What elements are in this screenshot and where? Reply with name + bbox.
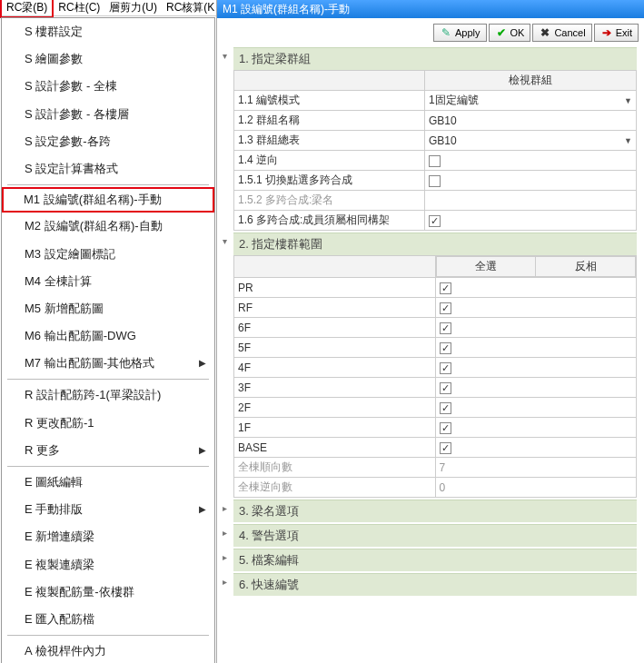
dropdown-menu: S 樓群設定S 繪圖參數S 設計參數 - 全棟S 設計參數 - 各樓層S 設定參… (1, 17, 215, 663)
menu-separator (7, 379, 209, 380)
invert-button[interactable]: 反相 (536, 257, 636, 277)
property-value[interactable] (425, 171, 637, 191)
menu-item[interactable]: RC柱(C) (54, 0, 104, 16)
submenu-item[interactable]: R 更改配筋-1 (2, 410, 214, 437)
submenu-item[interactable]: R 設計配筋跨-1(單梁設計) (2, 381, 214, 409)
submenu-item[interactable]: S 設定參數-各跨 (2, 128, 214, 155)
submenu-item[interactable]: S 設計參數 - 各樓層 (2, 101, 214, 128)
floor-label: 全棟順向數 (234, 458, 436, 478)
dropdown-icon: ▼ (624, 96, 632, 105)
section-header-1[interactable]: 1. 指定梁群組 (233, 47, 637, 70)
property-label: 1.2 群組名稱 (234, 111, 425, 131)
select-all-button[interactable]: 全選 (436, 257, 536, 277)
floor-value[interactable] (435, 358, 637, 378)
submenu-item[interactable]: E 手動排版▶ (2, 496, 214, 523)
floor-value[interactable] (435, 398, 637, 418)
section-header-2[interactable]: 2. 指定樓群範圍 (233, 233, 637, 255)
checkbox[interactable] (429, 175, 441, 187)
dropdown-icon: ▼ (624, 136, 632, 145)
submenu-item[interactable]: M6 輸出配筋圖-DWG (2, 322, 214, 350)
floor-label: 4F (234, 358, 436, 378)
checkbox[interactable] (440, 442, 451, 454)
floor-value[interactable] (435, 438, 637, 458)
checkbox[interactable] (440, 402, 451, 414)
cancel-button[interactable]: ✖ Cancel (532, 24, 591, 42)
submenu-item[interactable]: M3 設定繪圖標記 (2, 241, 214, 268)
submenu-item[interactable]: E 複製配筋量-依樓群 (2, 579, 214, 606)
menu-separator (7, 466, 209, 467)
property-value[interactable]: GB10 (425, 111, 637, 131)
menu-item[interactable]: RC核算(K (162, 0, 219, 16)
property-value (425, 191, 637, 211)
property-label: 1.3 群組總表 (234, 131, 425, 151)
floor-label: RF (234, 298, 436, 318)
submenu-item[interactable]: E 新增連續梁 (2, 523, 214, 550)
section-header-4[interactable]: 4. 警告選項 (233, 524, 637, 547)
submenu-item[interactable]: S 繪圖參數 (2, 45, 214, 73)
checkbox[interactable] (440, 342, 451, 354)
submenu-item[interactable]: S 樓群設定 (2, 18, 214, 45)
checkbox[interactable] (429, 215, 441, 227)
floor-label: 6F (234, 318, 436, 338)
property-value[interactable]: 1固定編號▼ (425, 91, 637, 111)
checkbox[interactable] (440, 382, 451, 394)
apply-button[interactable]: ✎ Apply (433, 24, 487, 42)
floor-label: 5F (234, 338, 436, 358)
submenu-item[interactable]: E 匯入配筋檔 (2, 606, 214, 633)
floor-label: 3F (234, 378, 436, 398)
apply-icon: ✎ (440, 26, 452, 39)
grid-section-1: 檢視群組 1.1 編號模式1固定編號▼1.2 群組名稱GB101.3 群組總表G… (233, 70, 637, 231)
property-label: 1.6 多跨合成:成員須屬相同構架 (234, 211, 425, 231)
checkbox[interactable] (440, 322, 451, 334)
menu-item[interactable]: 層剪力(U) (104, 0, 162, 16)
chevron-right-icon: ▶ (199, 357, 206, 370)
section-header-5[interactable]: 5. 檔案編輯 (233, 549, 637, 571)
submenu-item[interactable]: M2 設編號(群組名稱)-自動 (2, 213, 214, 240)
checkbox[interactable] (440, 282, 451, 294)
floor-value[interactable] (435, 338, 637, 358)
floor-value: 0 (435, 478, 637, 498)
floor-value[interactable] (435, 278, 637, 298)
property-value[interactable]: GB10▼ (425, 131, 637, 151)
checkbox[interactable] (440, 302, 451, 314)
grid-header: 檢視群組 (425, 71, 637, 91)
property-value[interactable] (425, 151, 637, 171)
menu-item[interactable]: RC梁(B) (0, 0, 54, 18)
window-title: M1 設編號(群組名稱)-手動 (223, 2, 350, 17)
check-icon: ✔ (495, 26, 508, 39)
checkbox[interactable] (440, 422, 451, 434)
submenu-item[interactable]: R 更多▶ (2, 437, 214, 464)
floor-value[interactable] (435, 298, 637, 318)
exit-button[interactable]: ➔ Exit (594, 24, 639, 42)
floor-value[interactable] (435, 418, 637, 438)
property-value[interactable] (425, 211, 637, 231)
menu-separator (7, 184, 209, 185)
submenu-item[interactable]: M1 設編號(群組名稱)-手動 (2, 187, 214, 213)
chevron-right-icon: ▶ (199, 444, 206, 457)
property-label: 1.5.2 多跨合成:梁名 (234, 191, 425, 211)
property-panel: 1. 指定梁群組 檢視群組 1.1 編號模式1固定編號▼1.2 群組名稱GB10… (217, 45, 644, 663)
section-header-6[interactable]: 6. 快速編號 (233, 573, 637, 596)
submenu-item[interactable]: E 圖紙編輯 (2, 469, 214, 496)
submenu-item[interactable]: E 複製連續梁 (2, 551, 214, 579)
grid-corner (234, 71, 425, 91)
toolbar: ✎ Apply ✔ OK ✖ Cancel ➔ Exit (217, 18, 644, 45)
submenu-item[interactable]: S 設定計算書格式 (2, 155, 214, 183)
floor-label: 2F (234, 398, 436, 418)
property-label: 1.1 編號模式 (234, 91, 425, 111)
submenu-item[interactable]: M4 全棟計算 (2, 268, 214, 295)
submenu-item[interactable]: S 設計參數 - 全棟 (2, 73, 214, 100)
section-header-3[interactable]: 3. 梁名選項 (233, 500, 637, 522)
ok-button[interactable]: ✔ OK (489, 24, 531, 42)
floor-label: PR (234, 278, 436, 298)
menu-separator (7, 635, 209, 636)
floor-label: 1F (234, 418, 436, 438)
submenu-item[interactable]: A 檢視桿件內力 (2, 638, 214, 663)
submenu-item[interactable]: M7 輸出配筋圖-其他格式▶ (2, 350, 214, 377)
checkbox[interactable] (440, 362, 451, 374)
submenu-item[interactable]: M5 新增配筋圖 (2, 295, 214, 322)
floor-value[interactable] (435, 378, 637, 398)
property-label: 1.4 逆向 (234, 151, 425, 171)
checkbox[interactable] (429, 155, 441, 167)
floor-value[interactable] (435, 318, 637, 338)
